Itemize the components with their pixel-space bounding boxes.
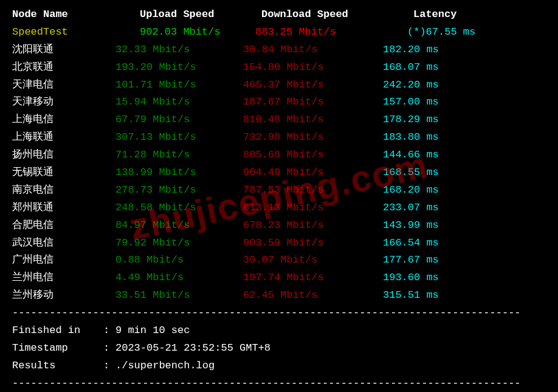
colon: : (103, 340, 115, 357)
upload-speed: 32.33 Mbit/s (115, 41, 243, 59)
download-speed: 787.53 Mbit/s (243, 182, 383, 199)
upload-speed: 84.97 Mbit/s (115, 217, 243, 235)
table-row: 武汉电信79.92 Mbit/s903.59 Mbit/s166.54 ms (12, 235, 546, 252)
node-name: 南京电信 (12, 182, 115, 199)
download-speed: 154.80 Mbit/s (243, 59, 383, 77)
download-speed: 30.84 Mbit/s (243, 41, 383, 59)
colon: : (103, 357, 115, 375)
node-name: 兰州移动 (12, 287, 115, 304)
header-latency: Latency (383, 6, 546, 24)
upload-speed: 0.88 Mbit/s (115, 252, 243, 269)
download-speed: 732.98 Mbit/s (243, 129, 383, 146)
speedtest-row: SpeedTest 902.03 Mbit/s 883.25 Mbit/s (*… (12, 24, 546, 41)
download-speed: 613.13 Mbit/s (243, 199, 383, 217)
footer-results: Results : ./superbench.log (12, 357, 546, 375)
latency: 166.54 ms (383, 235, 546, 252)
table-row: 天津电信101.71 Mbit/s465.37 Mbit/s242.20 ms (12, 77, 546, 94)
upload-speed: 307.13 Mbit/s (115, 129, 243, 146)
node-name: 上海电信 (12, 111, 115, 129)
table-row: 天津移动15.94 Mbit/s187.67 Mbit/s157.00 ms (12, 94, 546, 111)
divider-bottom: ----------------------------------------… (12, 375, 546, 392)
upload-speed: 15.94 Mbit/s (115, 94, 243, 111)
upload-speed: 79.92 Mbit/s (115, 235, 243, 252)
latency: 178.29 ms (383, 111, 546, 129)
latency: 143.99 ms (383, 217, 546, 235)
header-download: Download Speed (243, 6, 383, 24)
latency: 144.66 ms (383, 146, 546, 164)
table-row: 沈阳联通32.33 Mbit/s30.84 Mbit/s182.20 ms (12, 41, 546, 59)
upload-speed: 4.49 Mbit/s (115, 269, 243, 287)
latency: 182.20 ms (383, 41, 546, 59)
timestamp-label: Timestamp (12, 340, 103, 357)
table-row: 郑州联通248.58 Mbit/s613.13 Mbit/s233.07 ms (12, 199, 546, 217)
table-row: 扬州电信71.28 Mbit/s885.68 Mbit/s144.66 ms (12, 146, 546, 164)
node-name: 无锡联通 (12, 164, 115, 182)
latency: 177.67 ms (383, 252, 546, 269)
latency: 193.60 ms (383, 269, 546, 287)
download-speed: 197.74 Mbit/s (243, 269, 383, 287)
speedtest-download: 883.25 Mbit/s (243, 24, 383, 41)
colon: : (103, 322, 115, 340)
node-name: 广州电信 (12, 252, 115, 269)
data-rows: 沈阳联通32.33 Mbit/s30.84 Mbit/s182.20 ms北京联… (12, 41, 546, 304)
node-name: 武汉电信 (12, 235, 115, 252)
header-node: Node Name (12, 6, 115, 24)
node-name: 天津移动 (12, 94, 115, 111)
upload-speed: 33.51 Mbit/s (115, 287, 243, 304)
latency: 168.20 ms (383, 182, 546, 199)
upload-speed: 278.73 Mbit/s (115, 182, 243, 199)
download-speed: 39.07 Mbit/s (243, 252, 383, 269)
node-name: 北京联通 (12, 59, 115, 77)
results-label: Results (12, 357, 103, 375)
download-speed: 903.59 Mbit/s (243, 235, 383, 252)
speedtest-upload: 902.03 Mbit/s (115, 24, 243, 41)
latency: 168.07 ms (383, 59, 546, 77)
speedtest-name: SpeedTest (12, 24, 115, 41)
upload-speed: 67.79 Mbit/s (115, 111, 243, 129)
upload-speed: 138.99 Mbit/s (115, 164, 243, 182)
latency: 183.80 ms (383, 129, 546, 146)
timestamp-value: 2023-05-21 23:52:55 GMT+8 (115, 340, 270, 357)
node-name: 兰州电信 (12, 269, 115, 287)
results-value: ./superbench.log (115, 357, 215, 375)
latency: 233.07 ms (383, 199, 546, 217)
download-speed: 678.23 Mbit/s (243, 217, 383, 235)
latency: 242.20 ms (383, 77, 546, 94)
table-row: 上海联通307.13 Mbit/s732.98 Mbit/s183.80 ms (12, 129, 546, 146)
divider: ----------------------------------------… (12, 304, 546, 322)
table-header: Node Name Upload Speed Download Speed La… (12, 6, 546, 24)
download-speed: 465.37 Mbit/s (243, 77, 383, 94)
table-row: 北京联通193.20 Mbit/s154.80 Mbit/s168.07 ms (12, 59, 546, 77)
header-upload: Upload Speed (115, 6, 243, 24)
download-speed: 187.67 Mbit/s (243, 94, 383, 111)
footer-timestamp: Timestamp : 2023-05-21 23:52:55 GMT+8 (12, 340, 546, 357)
table-row: 兰州电信4.49 Mbit/s197.74 Mbit/s193.60 ms (12, 269, 546, 287)
download-speed: 885.68 Mbit/s (243, 146, 383, 164)
download-speed: 904.49 Mbit/s (243, 164, 383, 182)
latency: 315.51 ms (383, 287, 546, 304)
table-row: 无锡联通138.99 Mbit/s904.49 Mbit/s168.55 ms (12, 164, 546, 182)
table-row: 上海电信67.79 Mbit/s810.48 Mbit/s178.29 ms (12, 111, 546, 129)
node-name: 扬州电信 (12, 146, 115, 164)
latency: 157.00 ms (383, 94, 546, 111)
node-name: 沈阳联通 (12, 41, 115, 59)
table-row: 合肥电信84.97 Mbit/s678.23 Mbit/s143.99 ms (12, 217, 546, 235)
node-name: 郑州联通 (12, 199, 115, 217)
speedtest-latency: (*)67.55 ms (383, 24, 546, 41)
table-row: 广州电信0.88 Mbit/s39.07 Mbit/s177.67 ms (12, 252, 546, 269)
node-name: 上海联通 (12, 129, 115, 146)
table-row: 兰州移动33.51 Mbit/s62.45 Mbit/s315.51 ms (12, 287, 546, 304)
download-speed: 810.48 Mbit/s (243, 111, 383, 129)
download-speed: 62.45 Mbit/s (243, 287, 383, 304)
footer-finished: Finished in : 9 min 10 sec (12, 322, 546, 340)
latency: 168.55 ms (383, 164, 546, 182)
finished-value: 9 min 10 sec (115, 322, 190, 340)
upload-speed: 101.71 Mbit/s (115, 77, 243, 94)
finished-label: Finished in (12, 322, 103, 340)
table-row: 南京电信278.73 Mbit/s787.53 Mbit/s168.20 ms (12, 182, 546, 199)
upload-speed: 71.28 Mbit/s (115, 146, 243, 164)
node-name: 合肥电信 (12, 217, 115, 235)
upload-speed: 193.20 Mbit/s (115, 59, 243, 77)
node-name: 天津电信 (12, 77, 115, 94)
upload-speed: 248.58 Mbit/s (115, 199, 243, 217)
